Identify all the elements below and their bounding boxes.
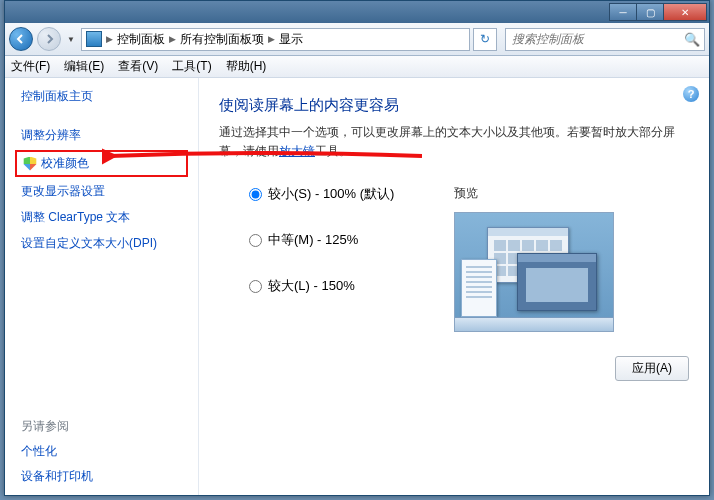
menu-edit[interactable]: 编辑(E): [64, 58, 104, 75]
sidebar-item-custom-dpi[interactable]: 设置自定义文本大小(DPI): [21, 235, 182, 252]
window-titlebar: ─ ▢ ✕: [5, 1, 709, 23]
radio-small-label: 较小(S) - 100% (默认): [268, 185, 394, 203]
sidebar-see-also: 另请参阅 个性化 设备和打印机: [21, 418, 93, 485]
sidebar: 控制面板主页 调整分辨率 校准颜色 更改显示器设置 调整 ClearType 文…: [5, 78, 199, 495]
close-button[interactable]: ✕: [663, 3, 707, 21]
menu-bar: 文件(F) 编辑(E) 查看(V) 工具(T) 帮助(H): [5, 56, 709, 78]
chevron-right-icon: ▶: [167, 34, 178, 44]
radio-large-input[interactable]: [249, 280, 262, 293]
content-area: 控制面板主页 调整分辨率 校准颜色 更改显示器设置 调整 ClearType 文…: [5, 78, 709, 495]
radio-small[interactable]: 较小(S) - 100% (默认): [249, 185, 394, 203]
control-panel-icon: [86, 31, 102, 47]
main-panel: ? 使阅读屏幕上的内容更容易 通过选择其中一个选项，可以更改屏幕上的文本大小以及…: [199, 78, 709, 495]
radio-medium-label: 中等(M) - 125%: [268, 231, 358, 249]
maximize-button[interactable]: ▢: [636, 3, 664, 21]
search-icon: 🔍: [684, 32, 700, 47]
shield-icon: [23, 157, 37, 171]
sidebar-item-display-settings[interactable]: 更改显示器设置: [21, 183, 182, 200]
radio-medium-input[interactable]: [249, 234, 262, 247]
page-description: 通过选择其中一个选项，可以更改屏幕上的文本大小以及其他项。若要暂时放大部分屏幕，…: [219, 123, 689, 161]
menu-tools[interactable]: 工具(T): [172, 58, 211, 75]
preview-label: 预览: [434, 185, 689, 202]
back-button[interactable]: [9, 27, 33, 51]
see-also-personalization[interactable]: 个性化: [21, 443, 93, 460]
sidebar-item-resolution[interactable]: 调整分辨率: [21, 127, 182, 144]
control-panel-window: ─ ▢ ✕ ▼ ▶ 控制面板 ▶ 所有控制面板项 ▶ 显示 ↻ 🔍 文件(F) …: [4, 0, 710, 496]
breadcrumb-leaf[interactable]: 显示: [279, 31, 303, 48]
breadcrumb[interactable]: ▶ 控制面板 ▶ 所有控制面板项 ▶ 显示: [81, 28, 470, 51]
search-box[interactable]: 🔍: [505, 28, 705, 51]
radio-small-input[interactable]: [249, 188, 262, 201]
menu-view[interactable]: 查看(V): [118, 58, 158, 75]
breadcrumb-root[interactable]: 控制面板: [117, 31, 165, 48]
desc-text-post: 工具。: [315, 144, 351, 158]
see-also-devices-printers[interactable]: 设备和打印机: [21, 468, 93, 485]
search-input[interactable]: [510, 31, 684, 47]
sidebar-item-calibrate-color[interactable]: 校准颜色: [15, 150, 188, 177]
refresh-button[interactable]: ↻: [473, 28, 497, 51]
apply-button[interactable]: 应用(A): [615, 356, 689, 381]
forward-button[interactable]: [37, 27, 61, 51]
apply-row: 应用(A): [219, 356, 689, 381]
radio-large[interactable]: 较大(L) - 150%: [249, 277, 394, 295]
history-dropdown-icon[interactable]: ▼: [65, 27, 77, 51]
menu-file[interactable]: 文件(F): [11, 58, 50, 75]
page-title: 使阅读屏幕上的内容更容易: [219, 96, 689, 115]
sidebar-item-label: 校准颜色: [41, 155, 89, 172]
chevron-right-icon: ▶: [266, 34, 277, 44]
scale-radio-group: 较小(S) - 100% (默认) 中等(M) - 125% 较大(L) - 1…: [219, 185, 394, 332]
navigation-bar: ▼ ▶ 控制面板 ▶ 所有控制面板项 ▶ 显示 ↻ 🔍: [5, 23, 709, 56]
magnifier-link[interactable]: 放大镜: [279, 144, 315, 158]
menu-help[interactable]: 帮助(H): [226, 58, 267, 75]
minimize-button[interactable]: ─: [609, 3, 637, 21]
see-also-header: 另请参阅: [21, 418, 93, 435]
radio-medium[interactable]: 中等(M) - 125%: [249, 231, 394, 249]
sidebar-home[interactable]: 控制面板主页: [21, 88, 182, 105]
preview-image: [454, 212, 614, 332]
chevron-right-icon: ▶: [104, 34, 115, 44]
preview-taskbar: [455, 317, 613, 331]
preview-start-menu: [461, 259, 497, 317]
breadcrumb-mid[interactable]: 所有控制面板项: [180, 31, 264, 48]
radio-large-label: 较大(L) - 150%: [268, 277, 355, 295]
sidebar-item-cleartype[interactable]: 调整 ClearType 文本: [21, 209, 182, 226]
options-row: 较小(S) - 100% (默认) 中等(M) - 125% 较大(L) - 1…: [219, 185, 689, 332]
preview-window-2: [517, 253, 597, 311]
preview-column: 预览: [434, 185, 689, 332]
help-icon[interactable]: ?: [683, 86, 699, 102]
